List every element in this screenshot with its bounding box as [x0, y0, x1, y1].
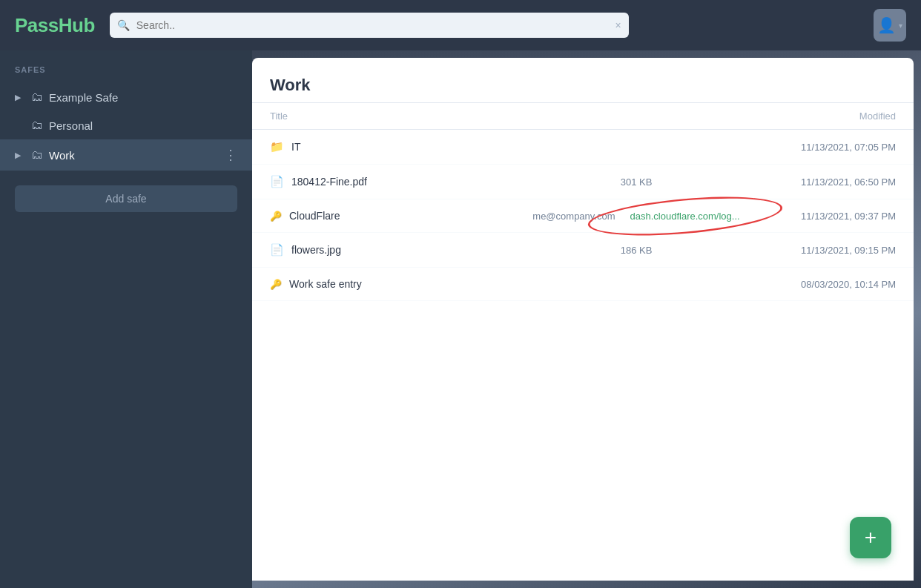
key-icon: 🔑 — [270, 211, 282, 222]
row-modified: 11/13/2021, 09:37 PM — [747, 211, 896, 222]
row-name: CloudFlare — [289, 210, 525, 222]
row-name: Work safe entry — [289, 278, 525, 290]
sidebar: SAFES ▶ 🗂 Example Safe ▶ 🗂 Personal ▶ 🗂 … — [0, 50, 252, 588]
row-info: 301 KB — [525, 176, 747, 188]
table-row[interactable]: 📄 flowers.jpg 186 KB 11/13/2021, 09:15 P… — [252, 233, 914, 268]
row-info: 186 KB — [525, 245, 747, 256]
sidebar-item-label: Personal — [49, 119, 237, 132]
safes-section-label: SAFES — [0, 65, 252, 83]
row-name: IT — [291, 141, 525, 153]
key-icon: 🔑 — [270, 279, 282, 290]
folder-icon: 🗂 — [31, 90, 43, 104]
logo-text: PassHub — [15, 14, 95, 36]
expand-arrow-icon: ▶ — [15, 151, 25, 160]
add-entry-button[interactable]: + — [850, 517, 891, 558]
sidebar-item-personal[interactable]: ▶ 🗂 Personal — [0, 111, 252, 139]
content-panel: Work Title Modified 📁 IT 11/13/2021, 07:… — [252, 58, 914, 581]
search-bar: 🔍 × — [110, 13, 629, 38]
row-modified: 11/13/2021, 09:15 PM — [747, 245, 896, 256]
add-safe-button[interactable]: Add safe — [15, 185, 237, 212]
sidebar-item-label: Work — [49, 149, 218, 162]
folder-icon: 🗂 — [31, 119, 43, 132]
row-modified: 11/13/2021, 06:50 PM — [747, 176, 896, 188]
row-modified: 08/03/2020, 10:14 PM — [747, 279, 896, 290]
search-clear-button[interactable]: × — [615, 19, 621, 31]
folder-icon: 📁 — [270, 140, 284, 153]
main-layout: SAFES ▶ 🗂 Example Safe ▶ 🗂 Personal ▶ 🗂 … — [0, 50, 921, 588]
row-info: me@company.com dash.cloudflare.com/log..… — [525, 211, 747, 222]
sidebar-item-label: Example Safe — [49, 91, 237, 104]
user-icon: 👤 — [877, 16, 896, 34]
table-header: Title Modified — [252, 103, 914, 130]
context-menu-button[interactable]: ⋮ — [224, 147, 237, 163]
row-name: 180412-Fine.pdf — [291, 176, 525, 188]
col-modified-header: Modified — [747, 110, 896, 122]
expand-arrow-icon: ▶ — [15, 93, 25, 102]
table-row[interactable]: 🔑 Work safe entry 08/03/2020, 10:14 PM — [252, 268, 914, 301]
row-filesize: 186 KB — [621, 245, 653, 256]
row-modified: 11/13/2021, 07:05 PM — [747, 142, 896, 153]
file-icon: 📄 — [270, 175, 284, 188]
user-menu-button[interactable]: 👤 ▾ — [874, 9, 906, 42]
table-row[interactable]: 📁 IT 11/13/2021, 07:05 PM — [252, 130, 914, 165]
row-url: dash.cloudflare.com/log... — [630, 211, 740, 222]
folder-icon: 🗂 — [31, 148, 43, 162]
search-icon: 🔍 — [117, 19, 130, 31]
table-row[interactable]: 🔑 CloudFlare me@company.com dash.cloudfl… — [252, 199, 914, 233]
row-email: me@company.com — [532, 211, 615, 222]
col-title-header: Title — [270, 110, 525, 122]
sidebar-item-work[interactable]: ▶ 🗂 Work ⋮ — [0, 139, 252, 171]
content-title: Work — [270, 76, 896, 95]
topbar: PassHub 🔍 × 👤 ▾ — [0, 0, 921, 50]
table-row[interactable]: 📄 180412-Fine.pdf 301 KB 11/13/2021, 06:… — [252, 165, 914, 199]
content-header: Work — [252, 58, 914, 103]
search-input[interactable] — [110, 13, 629, 38]
table-rows: 📁 IT 11/13/2021, 07:05 PM 📄 180412-Fine.… — [252, 130, 914, 581]
col-info-header — [525, 110, 747, 122]
row-name: flowers.jpg — [291, 244, 525, 256]
row-filesize: 301 KB — [621, 176, 653, 188]
plus-icon: + — [865, 527, 877, 548]
sidebar-item-example-safe[interactable]: ▶ 🗂 Example Safe — [0, 83, 252, 111]
file-icon: 📄 — [270, 243, 284, 257]
chevron-down-icon: ▾ — [899, 22, 902, 30]
app-logo: PassHub — [15, 14, 95, 37]
